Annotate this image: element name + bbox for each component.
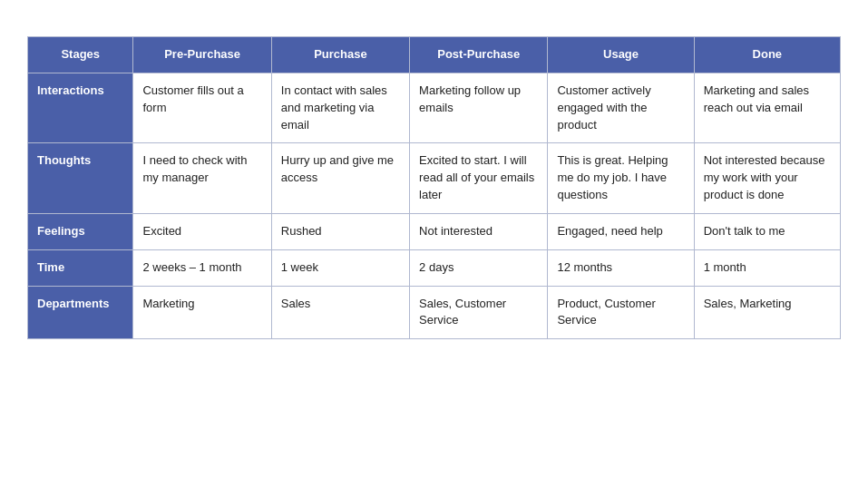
header-cell-purchase: Purchase [271,37,409,73]
cell-r4-c3: Product, Customer Service [548,286,694,339]
cell-r4-c1: Sales [271,286,409,339]
table-row: ThoughtsI need to check with my managerH… [28,143,841,214]
cell-r3-c0: 2 weeks – 1 month [133,249,271,286]
header-cell-post-purchase: Post-Purchase [410,37,548,73]
row-label-time: Time [28,249,133,286]
row-label-feelings: Feelings [28,213,133,249]
cell-r2-c0: Excited [133,213,271,249]
row-label-thoughts: Thoughts [28,143,133,214]
table-row: DepartmentsMarketingSalesSales, Customer… [28,286,841,339]
cell-r0-c4: Marketing and sales reach out via email [694,73,840,143]
cell-r4-c4: Sales, Marketing [694,286,840,339]
cell-r2-c2: Not interested [410,213,548,249]
row-label-interactions: Interactions [28,73,133,143]
cell-r3-c4: 1 month [694,249,840,286]
table-row: InteractionsCustomer fills out a formIn … [28,73,841,143]
cell-r0-c3: Customer actively engaged with the produ… [548,73,694,143]
cell-r0-c2: Marketing follow up emails [410,73,548,143]
cell-r3-c1: 1 week [271,249,409,286]
cell-r1-c0: I need to check with my manager [133,143,271,214]
cell-r4-c0: Marketing [133,286,271,339]
cell-r4-c2: Sales, Customer Service [410,286,548,339]
cell-r2-c3: Engaged, need help [548,213,694,249]
cell-r2-c4: Don't talk to me [694,213,840,249]
cell-r1-c1: Hurry up and give me access [271,143,409,214]
header-cell-stages: Stages [28,37,133,73]
header-cell-done: Done [694,37,840,73]
table-row: Time2 weeks – 1 month1 week2 days12 mont… [28,249,841,286]
cell-r1-c3: This is great. Helping me do my job. I h… [548,143,694,214]
cell-r0-c1: In contact with sales and marketing via … [271,73,409,143]
cell-r0-c0: Customer fills out a form [133,73,271,143]
row-label-departments: Departments [28,286,133,339]
cell-r3-c2: 2 days [410,249,548,286]
header-cell-pre-purchase: Pre-Purchase [133,37,271,73]
cell-r2-c1: Rushed [271,213,409,249]
header-row: StagesPre-PurchasePurchasePost-PurchaseU… [28,37,841,73]
cell-r3-c3: 12 months [548,249,694,286]
table-row: FeelingsExcitedRushedNot interestedEngag… [28,213,841,249]
journey-map-table: StagesPre-PurchasePurchasePost-PurchaseU… [27,36,841,339]
header-cell-usage: Usage [548,37,694,73]
cell-r1-c2: Excited to start. I will read all of you… [410,143,548,214]
cell-r1-c4: Not interested because my work with your… [694,143,840,214]
